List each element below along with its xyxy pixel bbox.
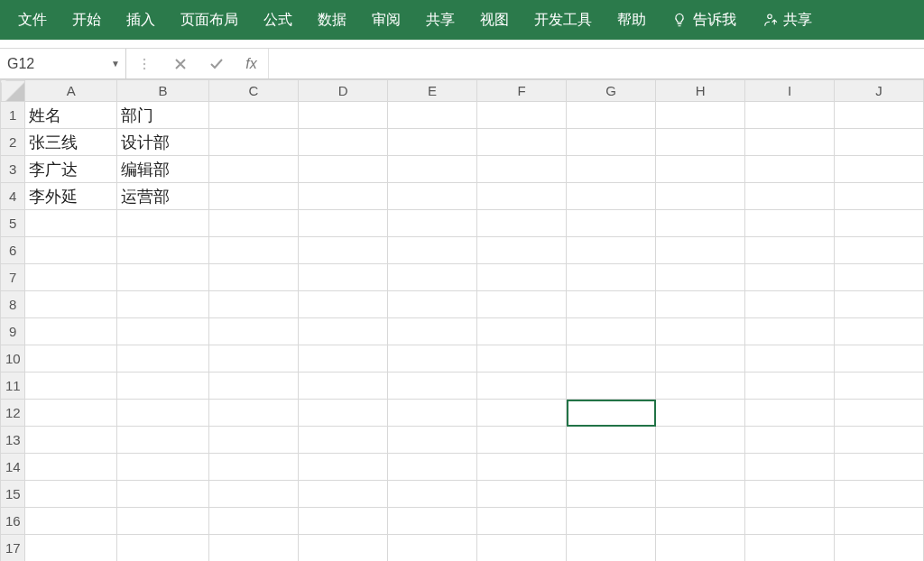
cell-A11[interactable] <box>25 372 117 400</box>
cell-G13[interactable] <box>567 427 656 454</box>
chevron-down-icon[interactable]: ▼ <box>111 59 120 69</box>
cell-A13[interactable] <box>25 427 117 454</box>
cell-G12[interactable] <box>567 400 656 427</box>
cell-B5[interactable] <box>117 210 209 237</box>
cell-G9[interactable] <box>567 318 656 345</box>
cell-B3[interactable]: 编辑部 <box>117 156 209 183</box>
row-header-6[interactable]: 6 <box>1 237 25 264</box>
cell-C9[interactable] <box>209 318 299 345</box>
cell-F13[interactable] <box>477 427 567 454</box>
cell-I6[interactable] <box>745 237 835 264</box>
cell-D10[interactable] <box>299 345 388 372</box>
row-header-5[interactable]: 5 <box>1 210 25 237</box>
cell-C7[interactable] <box>209 264 299 291</box>
cell-A3[interactable]: 李广达 <box>25 156 117 183</box>
cell-I9[interactable] <box>745 318 835 345</box>
fx-label[interactable]: fx <box>235 49 269 78</box>
cell-C3[interactable] <box>209 156 299 183</box>
name-box[interactable]: G12 ▼ <box>0 49 126 78</box>
cell-H3[interactable] <box>656 156 745 183</box>
cell-A1[interactable]: 姓名 <box>25 102 117 129</box>
cell-B17[interactable] <box>117 535 209 562</box>
cell-F4[interactable] <box>477 183 567 210</box>
cell-I3[interactable] <box>745 156 835 183</box>
column-header-B[interactable]: B <box>117 80 209 102</box>
cell-I8[interactable] <box>745 291 835 318</box>
cell-H13[interactable] <box>656 427 745 454</box>
ribbon-tab-0[interactable]: 文件 <box>5 0 60 40</box>
ribbon-tab-8[interactable]: 视图 <box>467 0 522 40</box>
ribbon-tab-2[interactable]: 插入 <box>114 0 168 40</box>
cell-C17[interactable] <box>209 535 299 562</box>
cell-G2[interactable] <box>567 129 656 156</box>
cell-H5[interactable] <box>656 210 745 237</box>
cell-I7[interactable] <box>745 264 835 291</box>
cell-I11[interactable] <box>745 372 835 400</box>
cell-F17[interactable] <box>477 535 567 562</box>
ribbon-tab-5[interactable]: 数据 <box>305 0 359 40</box>
ribbon-tab-6[interactable]: 审阅 <box>359 0 413 40</box>
ribbon-tab-9[interactable]: 开发工具 <box>522 0 605 40</box>
cell-B2[interactable]: 设计部 <box>117 129 209 156</box>
row-header-11[interactable]: 11 <box>1 372 25 400</box>
cell-A5[interactable] <box>25 210 117 237</box>
cell-A12[interactable] <box>25 400 117 427</box>
cell-H14[interactable] <box>656 454 745 481</box>
cell-B11[interactable] <box>117 372 209 400</box>
cell-I17[interactable] <box>745 535 835 562</box>
cell-A6[interactable] <box>25 237 117 264</box>
cell-F2[interactable] <box>477 129 567 156</box>
column-header-C[interactable]: C <box>209 80 299 102</box>
cell-E16[interactable] <box>388 508 477 535</box>
cell-D14[interactable] <box>299 454 388 481</box>
cell-I16[interactable] <box>745 508 835 535</box>
ribbon-tab-7[interactable]: 共享 <box>413 0 467 40</box>
cell-B8[interactable] <box>117 291 209 318</box>
column-header-J[interactable]: J <box>835 80 924 102</box>
cell-B1[interactable]: 部门 <box>117 102 209 129</box>
cell-E6[interactable] <box>388 237 477 264</box>
grid[interactable]: ABCDEFGHIJ1姓名部门2张三线设计部3李广达编辑部4李外延运营部5678… <box>0 79 924 561</box>
cell-A16[interactable] <box>25 508 117 535</box>
cell-J4[interactable] <box>835 183 924 210</box>
cell-B10[interactable] <box>117 345 209 372</box>
ribbon-tab-4[interactable]: 公式 <box>251 0 305 40</box>
cell-E8[interactable] <box>388 291 477 318</box>
cell-D2[interactable] <box>299 129 388 156</box>
cell-C14[interactable] <box>209 454 299 481</box>
cell-F11[interactable] <box>477 372 567 400</box>
cell-F15[interactable] <box>477 481 567 508</box>
row-header-16[interactable]: 16 <box>1 508 25 535</box>
cell-J17[interactable] <box>835 535 924 562</box>
row-header-12[interactable]: 12 <box>1 400 25 427</box>
cell-E1[interactable] <box>388 102 477 129</box>
cell-F1[interactable] <box>477 102 567 129</box>
cell-J10[interactable] <box>835 345 924 372</box>
cell-G5[interactable] <box>567 210 656 237</box>
cell-B13[interactable] <box>117 427 209 454</box>
cell-A7[interactable] <box>25 264 117 291</box>
cell-I10[interactable] <box>745 345 835 372</box>
cell-F10[interactable] <box>477 345 567 372</box>
cell-I1[interactable] <box>745 102 835 129</box>
row-header-17[interactable]: 17 <box>1 535 25 562</box>
cell-D5[interactable] <box>299 210 388 237</box>
cell-F8[interactable] <box>477 291 567 318</box>
cell-G8[interactable] <box>567 291 656 318</box>
cell-E15[interactable] <box>388 481 477 508</box>
cell-I2[interactable] <box>745 129 835 156</box>
cell-F16[interactable] <box>477 508 567 535</box>
cell-E13[interactable] <box>388 427 477 454</box>
cell-B12[interactable] <box>117 400 209 427</box>
cell-C8[interactable] <box>209 291 299 318</box>
ribbon-tab-1[interactable]: 开始 <box>60 0 114 40</box>
cell-G7[interactable] <box>567 264 656 291</box>
cell-B7[interactable] <box>117 264 209 291</box>
cell-C2[interactable] <box>209 129 299 156</box>
ribbon-tab-11[interactable]: 告诉我 <box>659 0 749 40</box>
cell-C4[interactable] <box>209 183 299 210</box>
cell-H11[interactable] <box>656 372 745 400</box>
cell-J16[interactable] <box>835 508 924 535</box>
row-header-3[interactable]: 3 <box>1 156 25 183</box>
cell-D6[interactable] <box>299 237 388 264</box>
